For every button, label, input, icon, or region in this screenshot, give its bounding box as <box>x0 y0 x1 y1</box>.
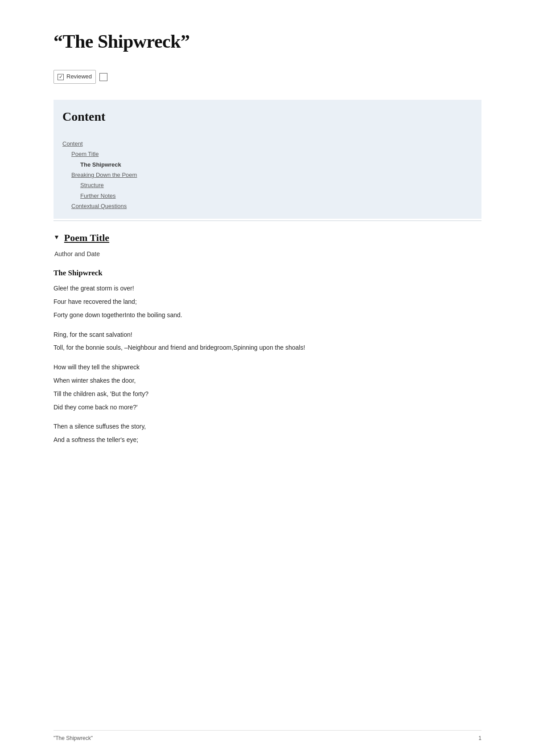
content-toc-block: Content <box>54 100 482 139</box>
poem-line: How will they tell the shipwreck <box>54 362 482 373</box>
poem-stanza-4: Then a silence suffuses the story, And a… <box>54 421 482 445</box>
checkbox-unchecked[interactable] <box>99 73 107 81</box>
triangle-icon: ▼ <box>54 233 60 242</box>
poem-line: Till the children ask, 'But the forty? <box>54 389 482 400</box>
poem-stanza-2: Ring, for the scant salvation! Toll, for… <box>54 330 482 354</box>
poem-line: Forty gone down togetherInto the boiling… <box>54 310 482 321</box>
page: “The Shipwreck” ✓ Reviewed Content Conte… <box>0 0 535 756</box>
main-title: “The Shipwreck” <box>54 27 482 57</box>
poem-line: Four have recovered the land; <box>54 297 482 307</box>
divider <box>54 221 482 221</box>
poem-line: Glee! the great storm is over! <box>54 283 482 294</box>
reviewed-row: ✓ Reviewed <box>54 70 482 84</box>
poem-line: And a softness the teller's eye; <box>54 435 482 445</box>
poem-stanza-1: Glee! the great storm is over! Four have… <box>54 283 482 320</box>
poem-line: Did they come back no more?' <box>54 402 482 413</box>
poem-subtitle: The Shipwreck <box>54 267 482 279</box>
checkbox-checked-icon[interactable]: ✓ <box>58 74 64 80</box>
toc-item-breaking-down[interactable]: Breaking Down the Poem <box>71 170 473 180</box>
toc-item-content[interactable]: Content <box>62 139 473 149</box>
toc-item-structure[interactable]: Structure <box>80 180 473 190</box>
reviewed-checkbox-container[interactable]: ✓ Reviewed <box>54 70 96 84</box>
toc-item-the-shipwreck[interactable]: The Shipwreck <box>80 159 473 170</box>
poem-line: Toll, for the bonnie souls, –Neighbour a… <box>54 343 482 353</box>
toc-item-poem-title[interactable]: Poem Title <box>71 149 473 159</box>
toc-wrapper: Content Poem Title The Shipwreck Breakin… <box>54 139 482 219</box>
poem-line: When winter shakes the door, <box>54 376 482 386</box>
poem-line: Then a silence suffuses the story, <box>54 421 482 432</box>
footer: "The Shipwreck" 1 <box>54 730 482 743</box>
poem-line: Ring, for the scant salvation! <box>54 330 482 340</box>
poem-stanza-3: How will they tell the shipwreck When wi… <box>54 362 482 413</box>
footer-page: 1 <box>478 734 482 743</box>
content-heading: Content <box>62 107 473 127</box>
section-title-poem-title: Poem Title <box>64 230 109 245</box>
footer-title: "The Shipwreck" <box>54 734 93 743</box>
toc-item-contextual[interactable]: Contextual Questions <box>71 201 473 211</box>
toc-item-further-notes[interactable]: Further Notes <box>80 191 473 201</box>
author-date: Author and Date <box>54 249 482 259</box>
section-header-poem-title: ▼ Poem Title <box>54 230 482 245</box>
reviewed-label: Reviewed <box>66 72 92 82</box>
